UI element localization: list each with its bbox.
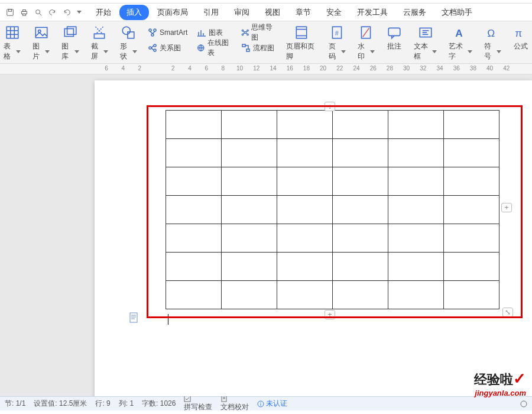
ribbon-gallery[interactable]: 图库 <box>60 25 80 62</box>
ribbon-relation[interactable]: 关系图 <box>148 41 187 54</box>
table-cell[interactable] <box>444 253 499 281</box>
table-cell[interactable] <box>444 224 499 253</box>
table-cell[interactable] <box>166 281 222 309</box>
ribbon-chart[interactable]: 图表 <box>197 26 231 39</box>
status-section[interactable]: 节: 1/1 <box>5 399 25 409</box>
table-cell[interactable] <box>388 253 444 281</box>
table-cell[interactable] <box>388 111 444 139</box>
tab-insert[interactable]: 插入 <box>119 5 149 20</box>
table-cell[interactable] <box>222 139 277 167</box>
table-cell[interactable] <box>333 196 388 224</box>
document-table[interactable] <box>166 110 499 309</box>
table-resize-handle[interactable]: ⤡ <box>502 308 513 317</box>
status-col[interactable]: 列: 1 <box>119 399 134 409</box>
ribbon-header-footer[interactable]: 页眉和页脚 <box>285 25 318 62</box>
ribbon-wordart[interactable]: A 艺术字 <box>447 25 473 62</box>
preview-icon[interactable] <box>34 8 43 17</box>
ribbon-symbol[interactable]: Ω 符号 <box>483 25 502 62</box>
table-cell[interactable] <box>333 253 388 281</box>
screenshot-icon <box>92 25 107 40</box>
ribbon-textbox[interactable]: 文本框 <box>413 25 438 62</box>
relation-icon <box>148 43 157 53</box>
ribbon-picture[interactable]: 图片 <box>31 25 51 62</box>
tab-cloud[interactable]: 云服务 <box>396 5 433 20</box>
status-row[interactable]: 行: 9 <box>95 399 110 409</box>
table-cell[interactable] <box>277 167 333 196</box>
status-spellcheck[interactable]: 拼写检查 <box>184 395 212 412</box>
ruler-tick: 30 <box>402 65 411 72</box>
table-cell[interactable] <box>222 167 277 196</box>
table-cell[interactable] <box>388 139 444 167</box>
ribbon-equation[interactable]: π 公式 <box>512 25 530 51</box>
tab-page-layout[interactable]: 页面布局 <box>150 5 195 20</box>
ribbon-online-chart[interactable]: 在线图表 <box>197 41 231 54</box>
table-cell[interactable] <box>222 253 277 281</box>
table-cell[interactable] <box>333 167 388 196</box>
table-cell[interactable] <box>388 224 444 253</box>
table-cell[interactable] <box>444 281 499 309</box>
table-cell[interactable] <box>444 139 499 167</box>
table-cell[interactable] <box>277 281 333 309</box>
table-cell[interactable] <box>277 253 333 281</box>
ruler-tick: 24 <box>352 65 361 72</box>
tab-references[interactable]: 引用 <box>196 5 226 20</box>
table-cell[interactable] <box>388 196 444 224</box>
table-cell[interactable] <box>388 167 444 196</box>
table-cell[interactable] <box>166 253 222 281</box>
table-cell[interactable] <box>222 111 277 139</box>
chevron-down-icon <box>132 50 137 53</box>
undo-icon[interactable] <box>48 8 57 17</box>
save-icon[interactable] <box>6 8 14 17</box>
table-cell[interactable] <box>277 196 333 224</box>
tab-home[interactable]: 开始 <box>89 5 118 20</box>
table-cell[interactable] <box>222 224 277 253</box>
ribbon-mindmap[interactable]: 思维导图 <box>241 26 275 39</box>
table-cell[interactable] <box>166 139 222 167</box>
table-cell[interactable] <box>166 167 222 196</box>
qat-dropdown-icon[interactable] <box>77 11 82 14</box>
status-unverified[interactable]: 未认证 <box>257 399 287 409</box>
table-cell[interactable] <box>277 139 333 167</box>
table-add-column-handle[interactable]: + <box>501 203 512 212</box>
ribbon-comment[interactable]: 批注 <box>385 25 403 51</box>
svg-rect-18 <box>128 32 134 38</box>
table-add-row-handle[interactable]: + <box>325 310 335 319</box>
table-cell[interactable] <box>333 281 388 309</box>
table-cell[interactable] <box>222 281 277 309</box>
table-cell[interactable] <box>333 111 388 139</box>
ribbon-smartart[interactable]: SmartArt <box>148 26 187 39</box>
tab-review[interactable]: 审阅 <box>227 5 257 20</box>
tab-doc-assistant[interactable]: 文档助手 <box>434 5 479 20</box>
table-cell[interactable] <box>222 196 277 224</box>
table-cell[interactable] <box>333 139 388 167</box>
ribbon-shapes[interactable]: 形状 <box>119 25 138 62</box>
ribbon-page-number[interactable]: # 页码 <box>327 25 347 62</box>
table-cell[interactable] <box>333 224 388 253</box>
table-cell[interactable] <box>166 196 222 224</box>
table-cell[interactable] <box>166 111 222 139</box>
table-cell[interactable] <box>444 111 499 139</box>
tab-view[interactable]: 视图 <box>258 5 287 20</box>
tab-sections[interactable]: 章节 <box>288 5 318 20</box>
ribbon-flowchart[interactable]: 流程图 <box>241 41 275 54</box>
table-cell[interactable] <box>388 281 444 309</box>
table-cell[interactable] <box>444 196 499 224</box>
tab-developer[interactable]: 开发工具 <box>350 5 395 20</box>
status-right-icon[interactable] <box>520 400 527 407</box>
horizontal-ruler[interactable]: 6422468101214161820222426283032343638404… <box>0 64 532 75</box>
status-chars[interactable]: 字数: 1026 <box>142 399 176 409</box>
table-cell[interactable] <box>277 111 333 139</box>
ribbon-screenshot[interactable]: 截屏 <box>90 25 109 62</box>
table-cell[interactable] <box>444 167 499 196</box>
table-cell[interactable] <box>166 224 222 253</box>
svg-rect-35 <box>242 44 245 47</box>
table-cell[interactable] <box>277 224 333 253</box>
table-top-handle[interactable]: ↕ <box>325 102 335 111</box>
redo-icon[interactable] <box>63 8 71 17</box>
tab-security[interactable]: 安全 <box>319 5 349 20</box>
status-setting[interactable]: 设置值: 12.5厘米 <box>34 399 87 409</box>
ribbon-table[interactable]: 表格 <box>2 25 22 62</box>
print-icon[interactable] <box>20 8 28 17</box>
ribbon-watermark[interactable]: 水印 <box>356 25 376 62</box>
status-doccheck[interactable]: 文档校对 <box>220 395 249 412</box>
